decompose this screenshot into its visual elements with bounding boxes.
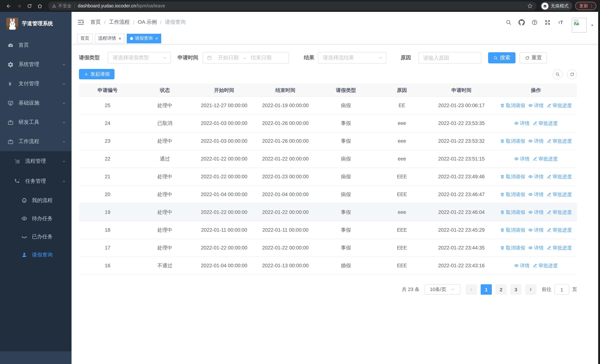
action-detail-link[interactable]: 详情 — [514, 120, 530, 127]
font-size-icon[interactable]: TT — [557, 19, 564, 25]
user-caret-icon[interactable] — [590, 23, 594, 28]
sidebar-item-已办任务[interactable]: 已办任务 — [0, 228, 72, 246]
column-header-请假类型: 请假类型 — [316, 87, 376, 93]
action-progress-link[interactable]: 审批进度 — [533, 156, 558, 162]
security-status[interactable]: 不安全 — [52, 3, 72, 9]
browser-menu-icon[interactable] — [589, 3, 594, 8]
avatar[interactable] — [572, 18, 587, 33]
reset-button[interactable]: 重置 — [520, 52, 547, 63]
bookmark-star-icon[interactable] — [527, 3, 533, 9]
action-cancel-link[interactable]: 取消请假 — [500, 244, 525, 251]
user-icon — [21, 252, 28, 258]
next-page-button[interactable] — [525, 284, 536, 295]
action-label: 取消请假 — [506, 102, 525, 109]
action-cancel-link[interactable]: 取消请假 — [500, 209, 525, 215]
sidebar-item-label: 基础设施 — [19, 100, 39, 106]
sidebar-item-首页[interactable]: 首页 — [0, 36, 72, 55]
sidebar-item-请假查询[interactable]: 请假查询 — [0, 246, 72, 264]
chrome-update-button[interactable]: 更新 — [575, 2, 596, 10]
action-progress-link[interactable]: 审批进度 — [547, 244, 572, 251]
page-button-3[interactable]: 3 — [510, 284, 521, 295]
action-cancel-link[interactable]: 取消请假 — [500, 102, 525, 109]
sidebar-collapse-icon[interactable] — [77, 19, 84, 26]
refresh-table-button[interactable] — [567, 69, 577, 79]
reason-input[interactable] — [418, 52, 481, 64]
back-button[interactable] — [4, 1, 13, 11]
action-progress-link[interactable]: 审批进度 — [547, 191, 572, 198]
action-progress-link[interactable]: 审批进度 — [547, 173, 572, 180]
cell-end: 2022-01-22 00:00:00 — [255, 156, 316, 162]
sidebar-item-基础设施[interactable]: 基础设施 — [0, 93, 72, 113]
leave-type-select[interactable]: 请选择请假类型 — [108, 52, 171, 64]
cell-start: 2022-01-22 00:00:00 — [193, 156, 255, 162]
action-detail-link[interactable]: 详情 — [528, 138, 544, 144]
sidebar-item-支付管理[interactable]: ¥支付管理 — [0, 74, 72, 93]
cell-id: 16 — [79, 263, 136, 268]
show-search-button[interactable] — [553, 69, 562, 79]
action-progress-link[interactable]: 审批进度 — [533, 262, 558, 269]
action-cancel-link[interactable]: 取消请假 — [500, 227, 525, 233]
close-icon[interactable]: × — [119, 36, 121, 41]
action-cancel-link[interactable]: 取消请假 — [500, 173, 525, 180]
action-cancel-link[interactable]: 取消请假 — [500, 138, 525, 144]
header-search-icon[interactable] — [506, 19, 512, 25]
sidebar-item-任务管理[interactable]: 任务管理 — [0, 171, 72, 191]
page-button-1[interactable]: 1 — [481, 284, 492, 295]
active-dot — [130, 37, 133, 40]
action-label: 审批进度 — [538, 156, 558, 162]
column-header-原因: 原因 — [376, 87, 428, 93]
page-size-select[interactable]: 10条/页 — [425, 284, 460, 295]
action-progress-link[interactable]: 审批进度 — [547, 102, 572, 109]
table-body: 25处理中2021-12-27 00:00:002022-01-19 00:00… — [79, 97, 577, 275]
sidebar-item-工作流程[interactable]: 工作流程 — [0, 132, 72, 151]
pen-icon — [533, 263, 537, 268]
prev-page-button[interactable] — [466, 284, 477, 295]
sidebar-item-我的流程[interactable]: 我的流程 — [0, 191, 72, 209]
address-bar[interactable]: 不安全 dashboard.yudao.iocoder.cn/bpm/oa/le… — [48, 1, 537, 10]
close-icon[interactable]: × — [155, 36, 158, 41]
action-label: 详情 — [520, 156, 530, 162]
home-button[interactable] — [35, 1, 45, 11]
sidebar-item-流程管理[interactable]: 流程管理 — [0, 151, 72, 171]
sidebar-item-系统管理[interactable]: 系统管理 — [0, 55, 72, 74]
action-detail-link[interactable]: 详情 — [514, 262, 530, 269]
search-button[interactable]: 搜索 — [488, 52, 516, 63]
action-progress-link[interactable]: 审批进度 — [533, 120, 558, 127]
action-detail-link[interactable]: 详情 — [528, 173, 544, 180]
action-detail-link[interactable]: 详情 — [528, 102, 544, 109]
create-leave-button[interactable]: 发起请假 — [79, 69, 114, 79]
tab-首页[interactable]: 首页 — [77, 34, 93, 43]
user-menu[interactable] — [572, 18, 594, 33]
github-icon[interactable] — [518, 19, 525, 25]
action-progress-link[interactable]: 审批进度 — [547, 209, 572, 215]
action-cancel-link[interactable]: 取消请假 — [500, 191, 525, 198]
action-progress-link[interactable]: 审批进度 — [547, 138, 572, 144]
reload-button[interactable] — [24, 1, 34, 11]
action-progress-link[interactable]: 审批进度 — [547, 227, 572, 233]
apply-time-range-picker[interactable]: 开始日期 - 结束日期 — [203, 52, 289, 64]
page-button-2[interactable]: 2 — [496, 284, 506, 295]
action-detail-link[interactable]: 详情 — [528, 244, 544, 251]
action-detail-link[interactable]: 详情 — [528, 227, 544, 233]
tab-流程详情[interactable]: 流程详情× — [95, 34, 124, 43]
cell-actions: 详情审批进度 — [495, 156, 577, 162]
forward-button[interactable] — [14, 1, 24, 11]
pen-icon — [547, 174, 552, 179]
sidebar-item-研发工具[interactable]: 研发工具 — [0, 113, 72, 132]
action-detail-link[interactable]: 详情 — [528, 191, 544, 198]
tab-请假查询[interactable]: 请假查询× — [127, 34, 161, 43]
result-select[interactable]: 请选择流结果 — [318, 52, 386, 64]
breadcrumb-item: 请假查询 — [165, 19, 186, 26]
sidebar-item-待办任务[interactable]: 待办任务 — [0, 209, 72, 228]
trash-icon — [500, 228, 505, 233]
breadcrumb-item[interactable]: 首页 — [90, 19, 101, 26]
help-icon[interactable] — [531, 19, 538, 25]
goto-page-input[interactable] — [554, 284, 569, 295]
breadcrumb-item[interactable]: 工作流程 — [109, 19, 130, 26]
action-detail-link[interactable]: 详情 — [528, 209, 544, 215]
action-detail-link[interactable]: 详情 — [514, 156, 530, 162]
screen: 不安全 dashboard.yudao.iocoder.cn/bpm/oa/le… — [0, 0, 600, 364]
fullscreen-icon[interactable] — [544, 19, 551, 25]
breadcrumb-item[interactable]: OA 示例 — [138, 19, 157, 26]
pen-icon — [533, 121, 537, 126]
